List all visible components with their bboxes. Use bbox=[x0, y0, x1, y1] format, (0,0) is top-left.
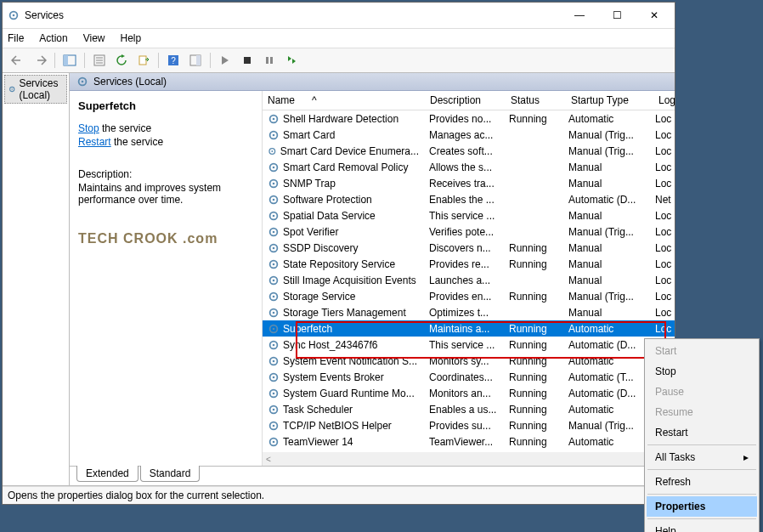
show-hide-tree-button[interactable] bbox=[59, 50, 80, 71]
cell-startup: Automatic (T... bbox=[563, 371, 650, 383]
cm-help[interactable]: Help bbox=[647, 521, 757, 532]
titlebar: Services — ☐ ✕ bbox=[3, 3, 675, 29]
service-row[interactable]: Shell Hardware DetectionProvides no...Ru… bbox=[263, 110, 675, 127]
cm-refresh[interactable]: Refresh bbox=[647, 472, 757, 492]
service-row[interactable]: System Event Notification S...Monitors s… bbox=[263, 353, 675, 369]
column-name[interactable]: Name ^ bbox=[263, 91, 425, 110]
cell-status: Running bbox=[504, 404, 563, 416]
cell-status: Running bbox=[504, 371, 563, 383]
export-button[interactable] bbox=[133, 50, 154, 71]
column-description[interactable]: Description bbox=[425, 91, 506, 110]
cell-description: TeamViewer... bbox=[424, 436, 504, 448]
service-row[interactable]: State Repository ServiceProvides re...Ru… bbox=[263, 256, 675, 272]
gear-icon bbox=[8, 83, 15, 95]
description-label: Description: bbox=[78, 168, 253, 180]
help-button[interactable]: ? bbox=[163, 50, 184, 71]
refresh-button[interactable] bbox=[111, 50, 132, 71]
cell-description: Manages ac... bbox=[424, 129, 504, 141]
stop-link[interactable]: Stop bbox=[78, 122, 99, 134]
cm-properties[interactable]: Properties bbox=[647, 496, 757, 517]
cell-startup: Manual (Trig... bbox=[563, 226, 650, 238]
service-row[interactable]: SSDP DiscoveryDiscovers n...RunningManua… bbox=[263, 240, 675, 256]
cm-start: Start bbox=[647, 341, 757, 361]
nav-forward-button[interactable] bbox=[30, 50, 50, 71]
toolbar: ? bbox=[3, 48, 675, 73]
service-row[interactable]: Smart Card Removal PolicyAllows the s...… bbox=[263, 159, 675, 175]
service-row[interactable]: Software ProtectionEnables the ...Automa… bbox=[263, 191, 675, 207]
cell-status: Running bbox=[504, 388, 563, 399]
tree-services-local[interactable]: Services (Local) bbox=[4, 75, 67, 104]
cell-startup: Manual (Trig... bbox=[563, 129, 650, 141]
svg-point-49 bbox=[273, 343, 275, 346]
description-text: Maintains and improves system performanc… bbox=[78, 182, 253, 206]
service-row[interactable]: Sync Host_243467f6This service ...Runnin… bbox=[263, 337, 675, 353]
service-row[interactable]: SNMP TrapReceives tra...ManualLoc bbox=[263, 175, 675, 191]
services-window: Services — ☐ ✕ File Action View Help ? bbox=[2, 2, 675, 505]
svg-rect-14 bbox=[266, 57, 268, 64]
properties-button[interactable] bbox=[89, 50, 110, 71]
cell-name: Storage Service bbox=[263, 291, 424, 303]
watermark-logo: TECH CROOK .com bbox=[78, 231, 253, 246]
play-button[interactable] bbox=[215, 50, 235, 71]
column-log[interactable]: Log bbox=[653, 91, 675, 110]
gear-icon bbox=[268, 226, 280, 238]
cell-log: Loc bbox=[650, 129, 675, 141]
menu-view[interactable]: View bbox=[83, 32, 105, 44]
service-row[interactable]: Storage Tiers ManagementOptimizes t...Ma… bbox=[263, 304, 675, 320]
cell-startup: Manual bbox=[563, 178, 650, 190]
cm-stop[interactable]: Stop bbox=[647, 361, 757, 382]
cell-name: System Event Notification S... bbox=[263, 355, 424, 367]
service-row[interactable]: TeamViewer 14TeamViewer...RunningAutomat… bbox=[263, 433, 675, 450]
cell-log: Loc bbox=[650, 113, 675, 125]
service-row[interactable]: System Guard Runtime Mo...Monitors an...… bbox=[263, 385, 675, 401]
menu-help[interactable]: Help bbox=[121, 32, 142, 44]
service-row[interactable]: Still Image Acquisition EventsLaunches a… bbox=[263, 272, 675, 288]
service-row[interactable]: SuperfetchMaintains a...RunningAutomatic… bbox=[263, 320, 675, 337]
service-row[interactable]: Task SchedulerEnables a us...RunningAuto… bbox=[263, 401, 675, 417]
service-row[interactable]: System Events BrokerCoordinates...Runnin… bbox=[263, 369, 675, 385]
gear-icon bbox=[268, 161, 280, 173]
service-list[interactable]: Shell Hardware DetectionProvides no...Ru… bbox=[263, 110, 675, 466]
service-row[interactable]: Spot VerifierVerifies pote...Manual (Tri… bbox=[263, 224, 675, 240]
cell-name: Smart Card Removal Policy bbox=[263, 161, 424, 173]
minimize-button[interactable]: — bbox=[561, 3, 598, 27]
column-startup-type[interactable]: Startup Type bbox=[566, 91, 653, 110]
tab-extended[interactable]: Extended bbox=[76, 466, 138, 482]
cell-startup: Manual (Trig... bbox=[563, 291, 650, 303]
service-row[interactable]: Smart CardManages ac...Manual (Trig...Lo… bbox=[263, 127, 675, 143]
menu-action[interactable]: Action bbox=[39, 32, 67, 44]
action-pane-button[interactable] bbox=[185, 50, 206, 71]
service-row[interactable]: Storage ServiceProvides en...RunningManu… bbox=[263, 288, 675, 304]
svg-point-57 bbox=[273, 408, 275, 410]
horizontal-scrollbar[interactable]: < bbox=[263, 452, 675, 466]
tab-standard[interactable]: Standard bbox=[140, 466, 201, 482]
menu-file[interactable]: File bbox=[8, 32, 24, 44]
column-status[interactable]: Status bbox=[506, 91, 566, 110]
pause-button[interactable] bbox=[259, 50, 280, 71]
svg-rect-8 bbox=[139, 56, 146, 65]
cell-name: System Events Broker bbox=[263, 371, 424, 383]
service-row[interactable]: Smart Card Device Enumera...Creates soft… bbox=[263, 143, 675, 159]
gear-icon bbox=[268, 339, 280, 351]
restart-link[interactable]: Restart bbox=[78, 136, 111, 148]
cell-startup: Manual bbox=[563, 307, 650, 319]
maximize-button[interactable]: ☐ bbox=[598, 3, 636, 27]
service-row[interactable]: Spatial Data ServiceThis service ...Manu… bbox=[263, 207, 675, 224]
pane-header-label: Services (Local) bbox=[93, 76, 167, 88]
gear-icon bbox=[76, 76, 88, 88]
service-row[interactable]: TCP/IP NetBIOS HelperProvides su...Runni… bbox=[263, 417, 675, 433]
cm-restart[interactable]: Restart bbox=[647, 422, 757, 443]
cell-status: Running bbox=[504, 258, 563, 270]
cell-name: Smart Card bbox=[263, 129, 424, 141]
close-button[interactable]: ✕ bbox=[636, 3, 673, 27]
cm-all-tasks[interactable]: All Tasks ▸ bbox=[647, 447, 757, 467]
cell-name: Sync Host_243467f6 bbox=[263, 339, 424, 351]
cell-log: Loc bbox=[650, 145, 675, 157]
cm-resume: Resume bbox=[647, 402, 757, 422]
cell-startup: Manual bbox=[563, 210, 650, 222]
nav-back-button[interactable] bbox=[8, 50, 28, 71]
stop-button[interactable] bbox=[237, 50, 257, 71]
cell-status: Running bbox=[504, 291, 563, 303]
svg-point-47 bbox=[273, 327, 275, 330]
restart-button[interactable] bbox=[281, 50, 302, 71]
